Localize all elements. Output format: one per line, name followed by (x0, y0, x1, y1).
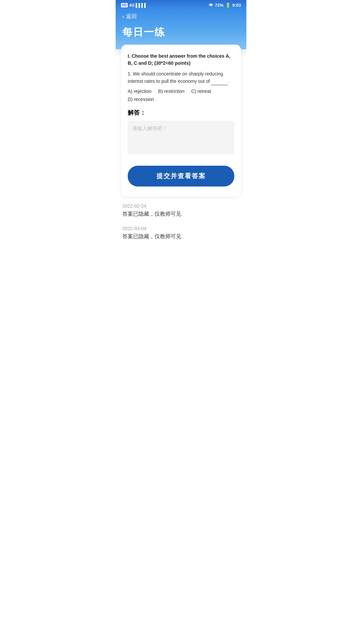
question-section: I. Choose the best answer from the choic… (128, 53, 234, 102)
eye-icon: 👁 (209, 3, 213, 8)
question-text: 1. We should concentrate on sharply redu… (128, 70, 234, 85)
history-entry-1: 2022-02-24 答案已隐藏，仅教师可见 (122, 203, 240, 218)
status-left: HD 4G ▌▌▌▌ (121, 3, 147, 8)
choice-a[interactable]: A) rejection (128, 89, 152, 94)
history-date-1: 2022-02-24 (122, 203, 240, 209)
signal-icon: 4G ▌▌▌▌ (129, 3, 147, 8)
content-card: I. Choose the best answer from the choic… (121, 45, 241, 197)
question-blank (211, 85, 228, 85)
choices-container: A) rejection B) restriction C) retreat D… (128, 89, 234, 102)
back-label: 返回 (126, 13, 137, 20)
page-title: 每日一练 (122, 25, 240, 39)
answer-input[interactable] (128, 121, 234, 154)
header: ‹ 返回 每日一练 (116, 10, 246, 49)
history-entry-2: 2022-03-04 答案已隐藏，仅教师可见 (122, 226, 240, 240)
question-instruction: I. Choose the best answer from the choic… (128, 53, 234, 67)
history-status-2: 答案已隐藏，仅教师可见 (122, 233, 240, 240)
history-date-2: 2022-03-04 (122, 226, 240, 231)
choice-c[interactable]: C) retreat (191, 89, 211, 94)
back-button[interactable]: ‹ 返回 (122, 13, 240, 20)
submit-button[interactable]: 提交并查看答案 (128, 166, 234, 186)
battery-icon: 🔋 (225, 3, 231, 8)
status-bar: HD 4G ▌▌▌▌ 👁 72% 🔋 9:03 (116, 0, 246, 10)
history-section: 2022-02-24 答案已隐藏，仅教师可见 2022-03-04 答案已隐藏，… (116, 197, 246, 240)
history-status-1: 答案已隐藏，仅教师可见 (122, 211, 240, 218)
time-display: 9:03 (232, 3, 241, 8)
choice-d[interactable]: D) recession (128, 97, 154, 102)
hd-label: HD (121, 3, 128, 7)
battery-level: 72% (215, 3, 224, 8)
question-text-content: 1. We should concentrate on sharply redu… (128, 71, 223, 84)
submit-label: 提交并查看答案 (157, 172, 206, 179)
choice-b[interactable]: B) restriction (158, 89, 185, 94)
status-right: 👁 72% 🔋 9:03 (209, 3, 241, 8)
back-chevron-icon: ‹ (122, 13, 124, 20)
answer-label: 解答： (128, 109, 234, 117)
